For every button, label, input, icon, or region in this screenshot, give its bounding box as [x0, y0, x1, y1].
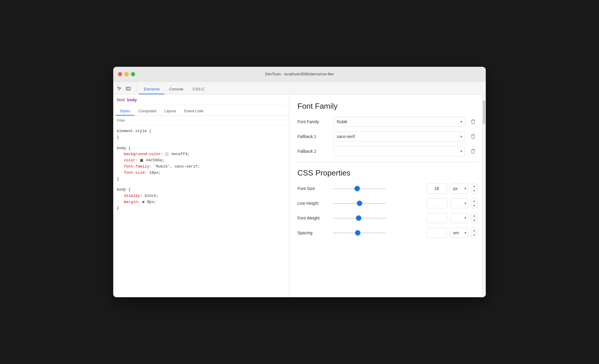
device-icon[interactable] — [125, 85, 132, 92]
tab-divider — [136, 84, 137, 92]
left-panel: html body Styles Computed Layout — [113, 95, 289, 297]
css-prop-color: color: #4c566a; — [117, 157, 285, 164]
font-size-input[interactable] — [426, 183, 447, 194]
style-tabs: Styles Computed Layout Event Liste — [113, 105, 289, 116]
tab-event-listeners[interactable]: Event Liste — [180, 107, 207, 116]
scrollbar-thumb[interactable] — [483, 100, 485, 124]
devtools-body: Elements Console CSS C html body — [113, 82, 486, 297]
spacing-unit-select[interactable]: em px rem — [450, 228, 468, 238]
font-weight-row: Font Weight 100 400 700 — [297, 213, 477, 223]
line-height-input[interactable] — [427, 198, 447, 208]
maximize-button[interactable] — [131, 72, 135, 76]
css-block-body-2: body { display: block; margin: ▶ 8px; } — [117, 187, 285, 211]
font-weight-unit-wrap: 100 400 700 ▾ — [450, 213, 468, 223]
breadcrumb-html[interactable]: html — [117, 98, 124, 102]
line-height-step-down[interactable]: ▼ — [471, 204, 477, 208]
tab-css[interactable]: CSS C — [188, 84, 209, 94]
font-family-select[interactable]: Rubik Arial Georgia sans-serif — [334, 117, 465, 127]
section-divider — [297, 162, 477, 162]
css-prop-font-family: font-family: 'Rubik', sans-serif; — [117, 164, 285, 170]
tab-computed[interactable]: Computed — [134, 107, 160, 116]
font-size-label: Font Size — [297, 186, 330, 191]
fallback2-label: Fallback 2 — [297, 149, 330, 154]
font-weight-unit-select[interactable]: 100 400 700 — [450, 213, 468, 223]
font-size-unit-wrap: px em rem % ▾ — [450, 183, 468, 194]
css-code-panel: element.style { } body { background-colo… — [113, 125, 289, 297]
font-weight-slider[interactable] — [333, 218, 386, 219]
spacing-label: Spacing — [297, 230, 330, 235]
spacing-row: Spacing em px rem ▾ — [297, 228, 477, 238]
font-family-delete-button[interactable] — [469, 117, 477, 126]
font-size-slider-wrap — [333, 188, 423, 189]
line-height-slider[interactable] — [333, 203, 386, 204]
line-height-step-up[interactable]: ▲ — [471, 199, 477, 203]
spacing-step-up[interactable]: ▲ — [471, 228, 477, 233]
line-height-slider-wrap — [333, 203, 424, 204]
fallback1-delete-button[interactable] — [469, 132, 477, 141]
fallback1-select-wrap: sans-serif serif monospace ▾ — [334, 131, 465, 142]
main-content: html body Styles Computed Layout — [113, 95, 486, 297]
font-size-stepper[interactable]: ▲ ▼ — [471, 183, 477, 194]
spacing-slider[interactable] — [333, 233, 386, 233]
font-weight-step-down[interactable]: ▼ — [471, 218, 477, 223]
fallback1-select[interactable]: sans-serif serif monospace — [334, 131, 465, 142]
breadcrumb: html body — [113, 95, 289, 105]
font-size-unit-select[interactable]: px em rem % — [450, 183, 468, 194]
font-family-row: Font Family Rubik Arial Georgia sans-ser… — [297, 117, 477, 127]
line-height-unit-select[interactable]: px em — [450, 198, 468, 208]
line-height-label: Line Height — [297, 201, 330, 206]
css-properties-section: CSS Properties Font Size px em rem — [297, 168, 477, 238]
font-weight-label: Font Weight — [297, 216, 330, 220]
close-button[interactable] — [118, 72, 122, 76]
fallback1-row: Fallback 1 sans-serif serif monospace ▾ — [297, 131, 477, 142]
css-prop-font-size: font-size: 18px; — [117, 170, 285, 176]
fallback1-label: Fallback 1 — [297, 134, 330, 139]
color-swatch-text — [140, 159, 143, 162]
filter-input[interactable] — [117, 118, 285, 123]
spacing-input[interactable] — [426, 228, 447, 238]
tab-console[interactable]: Console — [164, 84, 188, 94]
spacing-stepper[interactable]: ▲ ▼ — [471, 228, 477, 238]
font-size-slider[interactable] — [333, 188, 386, 189]
titlebar: DevTools - localhost:8080/demo/css-flex — [113, 67, 486, 82]
font-size-step-up[interactable]: ▲ — [471, 184, 477, 188]
font-size-step-down[interactable]: ▼ — [471, 189, 477, 194]
css-prop-margin: margin: ▶ 8px; — [117, 199, 285, 205]
css-close-brace-2: } — [117, 177, 119, 181]
css-close-brace-3: } — [117, 206, 119, 210]
css-prop-bg: background-color: #eceff4; — [117, 151, 285, 157]
minimize-button[interactable] — [124, 72, 129, 76]
toolbar-icons — [116, 85, 134, 94]
right-panel: Font Family Font Family Rubik Arial Geor… — [289, 95, 486, 297]
font-weight-slider-wrap — [333, 218, 424, 219]
svg-rect-1 — [127, 88, 129, 90]
css-prop-display: display: block; — [117, 193, 285, 199]
css-block-body-1: body { background-color: #eceff4; color:… — [117, 145, 285, 182]
spacing-slider-wrap — [333, 233, 423, 233]
spacing-step-down[interactable]: ▼ — [471, 233, 477, 238]
inspect-icon[interactable] — [116, 85, 123, 92]
font-size-row: Font Size px em rem % ▾ — [297, 183, 477, 194]
fallback2-row: Fallback 2 sans-serif serif ▾ — [297, 146, 477, 156]
traffic-lights — [118, 72, 135, 76]
font-weight-step-up[interactable]: ▲ — [471, 213, 477, 218]
font-family-title: Font Family — [297, 102, 477, 111]
tab-styles[interactable]: Styles — [116, 107, 134, 116]
css-properties-title: CSS Properties — [297, 168, 477, 178]
line-height-stepper[interactable]: ▲ ▼ — [471, 198, 477, 208]
fallback2-select[interactable]: sans-serif serif — [334, 146, 465, 156]
fallback2-select-wrap: sans-serif serif ▾ — [334, 146, 465, 156]
font-weight-stepper[interactable]: ▲ ▼ — [471, 213, 477, 223]
fallback2-delete-button[interactable] — [469, 147, 477, 156]
breadcrumb-body[interactable]: body — [127, 98, 137, 102]
font-family-select-wrap: Rubik Arial Georgia sans-serif ▾ — [334, 117, 465, 127]
line-height-row: Line Height px em ▾ — [297, 198, 477, 208]
css-block-element-style: element.style { } — [117, 128, 285, 141]
css-close-brace: } — [117, 135, 119, 139]
font-weight-input[interactable] — [427, 213, 447, 223]
tab-layout[interactable]: Layout — [160, 107, 180, 116]
devtools-window: DevTools - localhost:8080/demo/css-flex — [113, 67, 486, 297]
top-tabbar: Elements Console CSS C — [113, 82, 486, 95]
tab-elements[interactable]: Elements — [139, 84, 164, 94]
css-selector: element.style { — [117, 129, 151, 133]
